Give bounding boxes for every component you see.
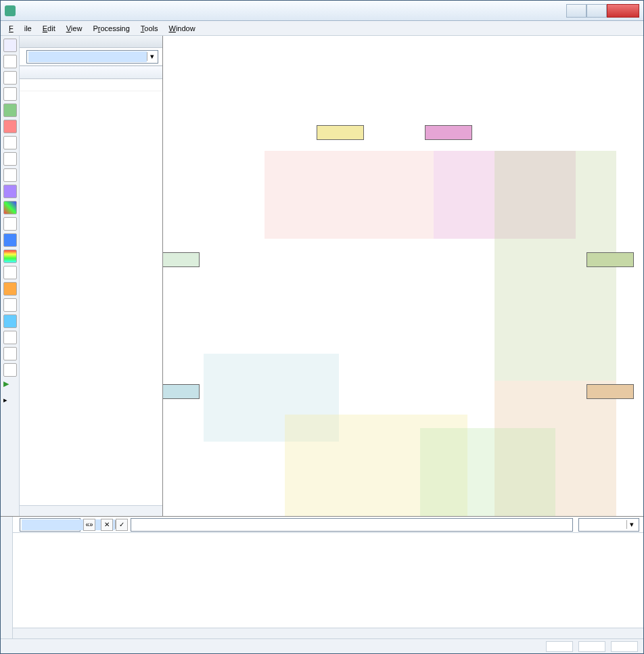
cancel-edit-icon[interactable]: ✕ bbox=[101, 519, 113, 531]
status-cell-3 bbox=[611, 641, 638, 652]
bank-label-left-lower bbox=[163, 384, 200, 399]
groups-named-combo[interactable]: ▾ bbox=[26, 50, 158, 64]
pin-view[interactable] bbox=[163, 36, 643, 516]
lower-body: ▾ «» ✕ ✓ ▾ bbox=[13, 517, 643, 638]
lower-toolbar: ▾ «» ✕ ✓ ▾ bbox=[13, 517, 643, 533]
status-cell-1 bbox=[546, 641, 573, 652]
tool-map[interactable] bbox=[3, 266, 17, 279]
upper-pane: ▶ ▸ ▾ bbox=[1, 36, 643, 517]
bank-label-top-right bbox=[425, 125, 472, 140]
lower-named-combo[interactable]: ▾ bbox=[20, 518, 80, 532]
groups-panel: ▾ bbox=[20, 36, 163, 516]
groups-header bbox=[20, 36, 162, 48]
tool-filter[interactable] bbox=[3, 314, 17, 328]
tool-diff[interactable] bbox=[3, 217, 17, 231]
lower-filter-combo[interactable]: ▾ bbox=[578, 518, 639, 532]
tool-zoom[interactable] bbox=[3, 71, 17, 85]
tool-pll[interactable] bbox=[3, 152, 17, 166]
tool-next[interactable]: ▸ bbox=[3, 396, 17, 409]
bank-label-left-upper bbox=[163, 252, 200, 267]
tool-reset[interactable] bbox=[3, 363, 17, 377]
tool-color[interactable] bbox=[3, 201, 17, 214]
tool-clock[interactable] bbox=[3, 136, 17, 149]
groups-named-input[interactable] bbox=[28, 51, 147, 62]
tool-hand[interactable] bbox=[3, 87, 17, 101]
groups-named-row: ▾ bbox=[20, 48, 162, 66]
bank-zone-7 bbox=[420, 428, 555, 516]
commit-edit-icon[interactable]: ✓ bbox=[116, 519, 128, 531]
menu-edit[interactable]: Edit bbox=[37, 23, 61, 34]
menu-window[interactable]: Window bbox=[164, 23, 201, 34]
close-button[interactable] bbox=[607, 4, 639, 18]
window-buttons bbox=[566, 4, 639, 18]
minimize-button[interactable] bbox=[566, 4, 586, 18]
menu-processing[interactable]: Processing bbox=[87, 23, 135, 34]
menu-tools[interactable]: Tools bbox=[135, 23, 164, 34]
pin-table-wrap bbox=[13, 533, 643, 628]
tool-io[interactable] bbox=[3, 168, 17, 182]
app-window: File Edit View Processing Tools Window bbox=[0, 0, 644, 654]
bank-label-right-upper bbox=[586, 252, 634, 267]
tool-route[interactable] bbox=[3, 103, 17, 117]
status-num bbox=[578, 641, 605, 652]
pinview-title bbox=[163, 36, 643, 52]
tool-legend[interactable] bbox=[3, 250, 17, 263]
chevron-down-icon[interactable]: ▾ bbox=[147, 52, 156, 61]
groups-newnode-row[interactable] bbox=[20, 79, 162, 91]
bank-label-top-left bbox=[317, 125, 364, 140]
lower-tab[interactable] bbox=[1, 517, 13, 638]
bank-label-right-lower bbox=[586, 384, 634, 399]
left-toolbar: ▶ ▸ bbox=[1, 36, 20, 516]
groups-scrollbar[interactable] bbox=[20, 505, 162, 516]
menubar: File Edit View Processing Tools Window bbox=[1, 21, 643, 36]
tool-group[interactable] bbox=[3, 185, 17, 198]
workspace: ▶ ▸ ▾ bbox=[1, 36, 643, 638]
titlebar bbox=[1, 1, 643, 21]
search-icon[interactable]: «» bbox=[83, 519, 95, 531]
tool-find[interactable] bbox=[3, 298, 17, 312]
tool-select[interactable] bbox=[3, 39, 17, 52]
lower-scrollbar[interactable] bbox=[13, 628, 643, 638]
lower-edit-input[interactable] bbox=[131, 518, 573, 532]
tool-highlight[interactable] bbox=[3, 282, 17, 296]
tool-pointer[interactable] bbox=[3, 55, 17, 68]
groups-nodename-header bbox=[20, 66, 162, 79]
groups-nodelist bbox=[20, 79, 162, 505]
menu-view[interactable]: View bbox=[61, 23, 88, 34]
bank-zone-2 bbox=[264, 151, 434, 239]
tool-report[interactable] bbox=[3, 347, 17, 360]
chevron-down-icon[interactable]: ▾ bbox=[626, 520, 636, 529]
statusbar bbox=[1, 638, 643, 653]
app-icon bbox=[5, 5, 16, 16]
tool-view3d[interactable] bbox=[3, 331, 17, 344]
tool-bank[interactable] bbox=[3, 120, 17, 133]
lower-pane: ▾ «» ✕ ✓ ▾ bbox=[1, 517, 643, 638]
tool-layer[interactable] bbox=[3, 233, 17, 247]
tool-play[interactable]: ▶ bbox=[3, 379, 17, 393]
maximize-button[interactable] bbox=[586, 4, 607, 18]
menu-file[interactable]: File bbox=[3, 23, 37, 34]
